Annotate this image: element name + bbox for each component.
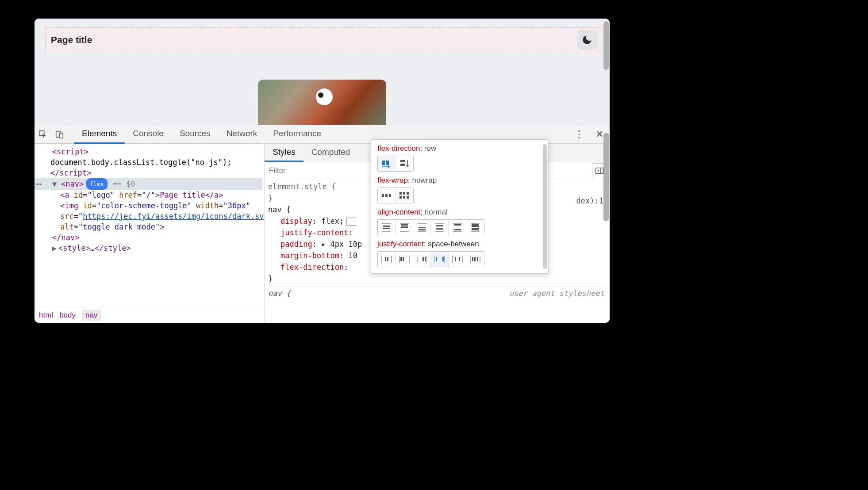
dom-a-href-attr: href [119,191,137,199]
hero-image [258,80,386,125]
nav-close: } [268,273,606,284]
svg-rect-63 [474,257,476,261]
ac-sa-icon [434,222,445,232]
tab-console[interactable]: Console [125,125,172,144]
jc-prop: justify-content [377,240,424,248]
dom-script-text: document.body.classList.toggle("no-js"); [50,158,231,167]
tab-sources[interactable]: Sources [172,125,219,144]
svg-rect-55 [442,257,444,261]
align-content-end-button[interactable] [413,220,431,235]
justify-start-button[interactable] [396,252,413,267]
nowrap-icon [381,192,392,199]
justify-space-evenly-button[interactable] [466,252,484,267]
dom-img-close: > [160,222,164,231]
fd-prop: flex-direction [377,144,420,153]
inspect-icon [38,130,48,139]
rule-margin-prop: margin-bottom [280,251,339,260]
align-content-space-between-button[interactable] [449,220,466,235]
svg-rect-23 [401,226,408,228]
dom-a-href-val: "/" [142,191,155,199]
dom-selected-nav[interactable]: ⋯ ▼ <nav> flex == $0 [35,178,262,190]
svg-rect-5 [386,161,389,165]
rule-justify-prop: justify-content [280,228,349,237]
justify-space-between-button[interactable] [431,252,449,267]
device-icon [55,130,65,139]
breadcrumb-html[interactable]: html [39,311,53,320]
justify-end-button[interactable] [413,252,431,267]
jc-start-icon [399,255,410,264]
collapsed-triangle-icon[interactable]: ▶ [52,243,58,253]
fw-prop: flex-wrap [377,176,408,184]
flex-direction-column-button[interactable] [396,156,413,171]
rule-display-prop: display [280,217,312,226]
svg-rect-7 [400,164,405,166]
wrap-icon [399,191,410,200]
dom-nav-close: </nav> [52,233,79,242]
flex-nowrap-button[interactable] [378,188,396,203]
svg-rect-18 [383,228,390,229]
svg-rect-50 [422,257,424,261]
breadcrumb-nav[interactable]: nav [82,310,101,321]
ac-val: normal [425,208,448,216]
fw-val: nowrap [412,176,437,184]
device-toolbar-button[interactable] [51,125,68,144]
dom-tree[interactable]: <script> document.body.classList.toggle(… [35,144,264,307]
svg-rect-26 [419,227,426,228]
devtools-panel: Elements Console Sources Network Perform… [35,125,610,323]
jc-val: space-between [428,240,479,248]
jc-end-icon [416,255,428,264]
dom-nav-tag: <nav> [61,179,84,189]
svg-rect-14 [399,196,402,199]
svg-rect-64 [477,257,478,261]
browser-window: Page title Elements Console Sources Netw… [35,19,610,323]
align-content-center-button[interactable] [378,220,396,235]
sidebar-icon [595,168,603,174]
divider [71,128,71,141]
breadcrumb-body[interactable]: body [59,311,76,320]
dark-mode-toggle[interactable] [577,30,597,50]
svg-rect-8 [382,194,384,197]
dollar-zero: == $0 [113,179,135,189]
popover-scrollbar[interactable] [543,144,547,269]
flex-editor-icon[interactable] [346,218,356,226]
dom-img-src-link[interactable]: https://jec.fyi/assets/img/icons/dark.sv… [83,212,264,221]
align-content-stretch-button[interactable] [466,220,484,235]
align-content-start-button[interactable] [396,220,413,235]
svg-rect-4 [382,161,385,165]
svg-rect-51 [425,257,426,261]
rendered-page: Page title [35,19,610,125]
styles-tab-styles[interactable]: Styles [265,144,303,162]
justify-center-button[interactable] [378,252,396,267]
devtools-scrollbar-thumb[interactable] [603,133,609,221]
flex-wrap-button[interactable] [396,188,413,203]
dom-a-id-val: "logo" [87,191,114,199]
moon-icon [581,34,593,46]
svg-rect-59 [459,257,460,261]
flex-badge[interactable]: flex [86,178,107,190]
styles-panel: Styles Computed element.style { } dex):1… [265,144,610,323]
flex-col-icon [399,159,410,168]
svg-rect-30 [436,225,443,226]
svg-rect-46 [400,257,402,261]
page-title-link[interactable]: Page title [51,34,92,45]
devtools-menu-button[interactable]: ⋮ [569,129,589,140]
align-content-space-around-button[interactable] [431,220,449,235]
justify-space-around-button[interactable] [449,252,466,267]
flex-row-icon [381,159,392,168]
page-scrollbar-thumb[interactable] [603,21,609,70]
svg-rect-6 [400,160,405,162]
window-scrollbar-track [603,21,609,320]
tab-elements[interactable]: Elements [74,125,125,144]
ac-stretch-icon [470,222,480,232]
svg-rect-13 [407,192,409,195]
flex-direction-row-button[interactable] [378,156,396,171]
styles-tab-computed[interactable]: Computed [303,144,358,162]
svg-rect-11 [399,192,402,195]
dom-img-src-attr: src [60,212,74,221]
tab-performance[interactable]: Performance [265,125,329,144]
stylesheet-source-link[interactable]: dex):1 [576,195,605,207]
tab-network[interactable]: Network [219,125,265,144]
expand-triangle-icon[interactable]: ▼ [52,179,58,189]
svg-rect-10 [389,194,391,197]
inspect-element-button[interactable] [35,125,51,144]
